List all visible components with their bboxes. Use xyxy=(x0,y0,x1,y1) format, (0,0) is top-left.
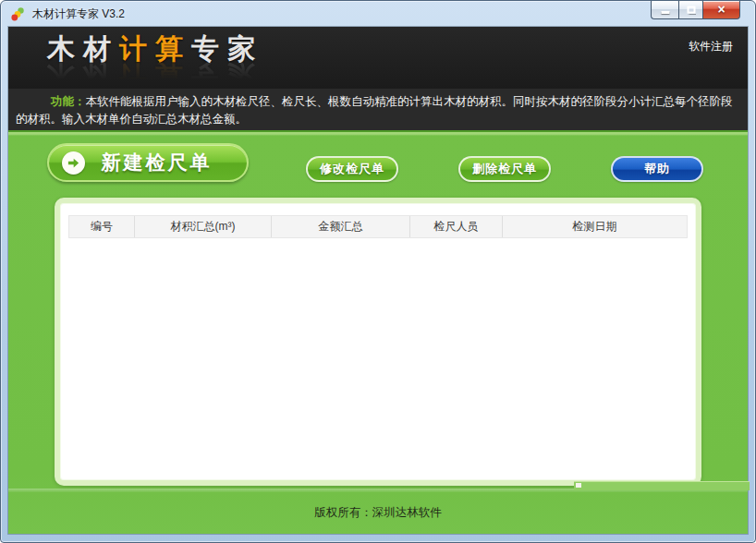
column-header-inspector[interactable]: 检尺人员 xyxy=(410,216,503,237)
brand-header: 木材计算专家 木材计算专家 软件注册 xyxy=(8,27,748,89)
caption-buttons: × xyxy=(651,1,740,19)
new-sheet-button[interactable]: 新建检尺单 xyxy=(47,143,249,182)
column-header-number[interactable]: 编号 xyxy=(69,216,135,237)
app-icon xyxy=(10,6,26,22)
app-window: 木材计算专家 V3.2 × 木材计算专家 木材计算专家 软件注册 功能：本软件能… xyxy=(0,0,756,543)
register-link[interactable]: 软件注册 xyxy=(689,39,733,54)
modify-sheet-button[interactable]: 修改检尺单 xyxy=(306,156,398,182)
close-button[interactable]: × xyxy=(703,1,740,19)
window-title: 木材计算专家 V3.2 xyxy=(32,6,125,22)
logo-reflection: 木材计算专家 xyxy=(47,59,263,89)
minimize-icon xyxy=(661,11,669,14)
column-header-amount-total[interactable]: 金额汇总 xyxy=(272,216,410,237)
feature-label: 功能： xyxy=(51,95,86,108)
new-sheet-button-label: 新建检尺单 xyxy=(85,150,234,175)
main-area: 新建检尺单 修改检尺单 删除检尺单 帮助 编号 材积汇总(m³) 金额汇总 检尺… xyxy=(8,130,748,534)
table-empty-body[interactable] xyxy=(68,238,688,474)
help-button[interactable]: 帮助 xyxy=(611,156,703,182)
arrow-right-icon xyxy=(62,151,85,175)
maximize-icon xyxy=(687,6,695,13)
top-edge-divider xyxy=(8,130,748,136)
feature-text: 本软件能根据用户输入的木材检尺径、检尺长、根数自动精准的计算出木材的材积。同时按… xyxy=(16,95,733,126)
close-icon: × xyxy=(703,1,739,17)
sheet-list-panel: 编号 材积汇总(m³) 金额汇总 检尺人员 检测日期 xyxy=(55,198,701,486)
titlebar[interactable]: 木材计算专家 V3.2 × xyxy=(1,1,755,27)
artifact-dot xyxy=(576,483,581,488)
column-header-date[interactable]: 检测日期 xyxy=(503,216,687,237)
app-logo: 木材计算专家 木材计算专家 xyxy=(47,33,263,89)
table-header-row: 编号 材积汇总(m³) 金额汇总 检尺人员 检测日期 xyxy=(68,215,688,238)
sheet-table: 编号 材积汇总(m³) 金额汇总 检尺人员 检测日期 xyxy=(68,215,688,474)
copyright-text: 版权所有：深圳达林软件 xyxy=(8,505,748,521)
minimize-button[interactable] xyxy=(651,1,678,19)
maximize-button[interactable] xyxy=(678,1,703,19)
bottom-right-strip xyxy=(574,481,750,490)
feature-description: 功能：本软件能根据用户输入的木材检尺径、检尺长、根数自动精准的计算出木材的材积。… xyxy=(8,89,748,128)
client-area: 木材计算专家 木材计算专家 软件注册 功能：本软件能根据用户输入的木材检尺径、检… xyxy=(8,27,748,534)
column-header-volume-total[interactable]: 材积汇总(m³) xyxy=(135,216,272,237)
feature-description-bar: 功能：本软件能根据用户输入的木材检尺径、检尺长、根数自动精准的计算出木材的材积。… xyxy=(8,89,748,130)
delete-sheet-button[interactable]: 删除检尺单 xyxy=(458,156,551,182)
